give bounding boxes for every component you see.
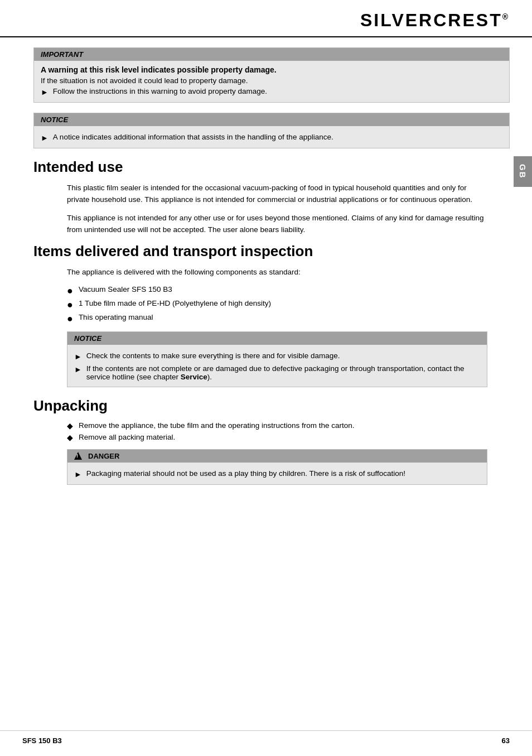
intended-use-paragraph-1: This plastic film sealer is intended for… bbox=[67, 182, 487, 206]
list-item: ◆ Remove all packing material. bbox=[67, 433, 487, 441]
intended-use-content: This plastic film sealer is intended for… bbox=[33, 182, 510, 236]
notice-box-1-header: NOTICE bbox=[34, 113, 509, 126]
arrow-icon: ► bbox=[74, 352, 82, 361]
list-item: ● Vacuum Sealer SFS 150 B3 bbox=[67, 285, 487, 296]
brand-superscript: ® bbox=[502, 12, 510, 21]
danger-box-header: ! DANGER bbox=[67, 450, 487, 463]
footer-page: 63 bbox=[502, 736, 510, 745]
notice-box-1: NOTICE ► A notice indicates additional i… bbox=[33, 113, 510, 148]
arrow-icon: ► bbox=[41, 133, 49, 142]
important-box-title: A warning at this risk level indicates p… bbox=[41, 65, 502, 74]
unpacking-list: ◆ Remove the appliance, the tube film an… bbox=[67, 421, 487, 441]
language-tab: GB bbox=[514, 156, 532, 187]
notice-box-2-bullet-2: ► If the contents are not complete or ar… bbox=[74, 364, 480, 381]
notice-box-1-bullet: ► A notice indicates additional informat… bbox=[41, 133, 502, 142]
content-area: IMPORTANT A warning at this risk level i… bbox=[0, 47, 532, 517]
notice-box-2-bullet-1: ► Check the contents to make sure everyt… bbox=[74, 351, 480, 361]
diamond-icon: ◆ bbox=[67, 434, 73, 441]
important-box-bullet: ► Follow the instructions in this warnin… bbox=[41, 87, 502, 97]
footer-model: SFS 150 B3 bbox=[22, 736, 62, 745]
list-item: ● This operating manual bbox=[67, 313, 487, 324]
danger-box: ! DANGER ► Packaging material should not… bbox=[67, 449, 487, 485]
arrow-icon: ► bbox=[41, 88, 49, 97]
intended-use-paragraph-2: This appliance is not intended for any o… bbox=[67, 213, 487, 236]
notice-box-2-header: NOTICE bbox=[67, 332, 487, 345]
page-header: SILVERCREST® bbox=[0, 0, 532, 37]
unpacking-title: Unpacking bbox=[33, 397, 510, 415]
important-box-header: IMPORTANT bbox=[34, 48, 509, 61]
arrow-icon: ► bbox=[74, 470, 82, 479]
items-delivered-intro: The appliance is delivered with the foll… bbox=[67, 267, 487, 278]
list-item: ◆ Remove the appliance, the tube film an… bbox=[67, 421, 487, 430]
diamond-icon: ◆ bbox=[67, 422, 73, 430]
list-item: ● 1 Tube film made of PE-HD (Polyethylen… bbox=[67, 299, 487, 310]
danger-box-bullet: ► Packaging material should not be used … bbox=[74, 469, 480, 479]
items-list: ● Vacuum Sealer SFS 150 B3 ● 1 Tube film… bbox=[67, 285, 487, 324]
bullet-dot-icon: ● bbox=[67, 286, 73, 296]
arrow-icon: ► bbox=[74, 365, 82, 374]
items-delivered-content: The appliance is delivered with the foll… bbox=[33, 267, 510, 387]
page-footer: SFS 150 B3 63 bbox=[0, 730, 532, 745]
unpacking-content: ◆ Remove the appliance, the tube film an… bbox=[33, 421, 510, 485]
notice-box-2: NOTICE ► Check the contents to make sure… bbox=[67, 331, 487, 387]
items-delivered-title: Items delivered and transport inspection bbox=[33, 243, 510, 260]
intended-use-title: Intended use bbox=[33, 158, 510, 176]
important-box-text: If the situation is not avoided it could… bbox=[41, 76, 502, 85]
brand-logo: SILVERCREST® bbox=[360, 10, 510, 31]
bullet-dot-icon: ● bbox=[67, 300, 73, 310]
brand-name-text: SILVERCREST bbox=[360, 10, 502, 30]
page: SILVERCREST® GB IMPORTANT A warning at t… bbox=[0, 0, 532, 756]
important-box: IMPORTANT A warning at this risk level i… bbox=[33, 47, 510, 103]
bullet-dot-icon: ● bbox=[67, 314, 73, 324]
